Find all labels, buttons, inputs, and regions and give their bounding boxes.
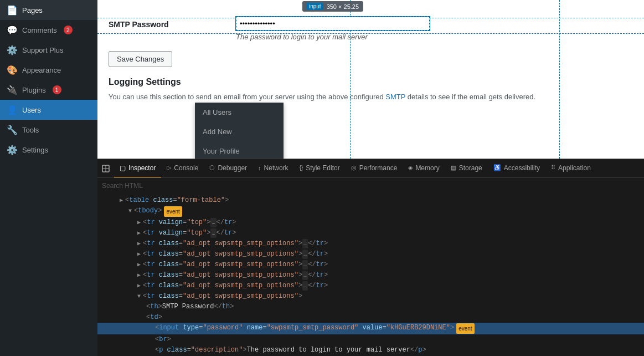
smtp-link[interactable]: SMTP — [385, 93, 405, 101]
comments-badge: 2 — [64, 26, 73, 34]
comments-icon: 💬 — [7, 24, 18, 35]
tab-storage[interactable]: ▤ Storage — [445, 159, 488, 178]
accessibility-icon: ♿ — [493, 164, 501, 171]
settings-icon: ⚙️ — [7, 144, 18, 155]
dropdown-add-new[interactable]: Add New — [195, 122, 284, 141]
sidebar-item-users[interactable]: 👤 Users — [0, 100, 97, 120]
search-input[interactable] — [102, 182, 640, 190]
smtp-description: The password to login to your mail serve… — [236, 33, 633, 41]
code-line-tr-opt-1: ▶ <tr class="ad_opt swpsmtp_smtp_options… — [97, 238, 644, 249]
password-input-wrapper: input 350 × 25.25 — [236, 17, 430, 30]
dropdown-all-users[interactable]: All Users — [195, 103, 284, 122]
html-search-bar — [97, 177, 644, 193]
content-area: SMTP Password input 350 × 25.25 The pass… — [97, 0, 644, 159]
tab-performance[interactable]: ◎ Performance — [346, 159, 403, 178]
tooltip-dimensions: 350 × 25.25 — [327, 3, 359, 10]
expand-tr-opt4[interactable]: ▶ — [137, 271, 141, 280]
input-event-badge: event — [456, 323, 474, 334]
expand-tr-opt2[interactable]: ▶ — [137, 250, 141, 259]
debugger-icon: ⬡ — [209, 164, 215, 171]
dropdown-your-profile[interactable]: Your Profile — [195, 141, 284, 159]
tab-style-editor[interactable]: {} Style Editor — [294, 159, 346, 178]
style-editor-icon: {} — [300, 165, 303, 171]
section-text-after: details to see if the email gets deliver… — [405, 93, 535, 101]
sidebar-item-comments[interactable]: 💬 Comments 2 — [0, 20, 97, 40]
tab-application[interactable]: ⠿ Application — [545, 159, 596, 178]
smtp-password-row: SMTP Password input 350 × 25.25 The pass… — [109, 17, 633, 41]
tab-style-editor-label: Style Editor — [306, 164, 339, 172]
network-icon: ↕ — [258, 165, 261, 171]
pages-icon: 📄 — [7, 4, 18, 16]
tab-memory-label: Memory — [415, 164, 439, 172]
sidebar-item-support-plus[interactable]: ⚙️ Support Plus — [0, 40, 97, 60]
code-line-tr-opt-5: ▶ <tr class="ad_opt swpsmtp_smtp_options… — [97, 281, 644, 291]
users-icon: 👤 — [7, 104, 18, 115]
devtools-tabs-bar: ▢ Inspector ▷ Console ⬡ Debugger ↕ Netwo… — [97, 159, 644, 177]
tab-inspector[interactable]: ▢ Inspector — [114, 159, 161, 178]
application-icon: ⠿ — [551, 164, 555, 171]
tbody-event-badge: event — [164, 206, 182, 217]
tab-console[interactable]: ▷ Console — [161, 159, 204, 178]
expand-tr-opt3[interactable]: ▶ — [137, 260, 141, 269]
code-line-tr-opt-4: ▶ <tr class="ad_opt swpsmtp_smtp_options… — [97, 270, 644, 281]
tab-storage-label: Storage — [459, 164, 482, 172]
tab-network[interactable]: ↕ Network — [253, 159, 294, 178]
code-panel: ▶ <table class="form-table"> ▼ <tbody> e… — [97, 193, 644, 356]
smtp-password-input[interactable] — [236, 17, 430, 30]
smtp-password-field: input 350 × 25.25 The password to login … — [236, 17, 633, 41]
expand-tr-opt5[interactable]: ▶ — [137, 281, 141, 291]
tab-network-label: Network — [264, 164, 288, 172]
main-content: SMTP Password input 350 × 25.25 The pass… — [97, 0, 644, 356]
code-line-tr-opt-3: ▶ <tr class="ad_opt swpsmtp_smtp_options… — [97, 260, 644, 270]
storage-icon: ▤ — [451, 164, 456, 171]
tab-memory[interactable]: ◈ Memory — [403, 159, 445, 178]
inspector-icon: ▢ — [120, 164, 126, 172]
plugins-badge: 1 — [53, 85, 61, 94]
memory-icon: ◈ — [408, 164, 413, 171]
section-text: You can use this section to send an emai… — [109, 91, 633, 103]
sidebar-item-pages[interactable]: 📄 Pages — [0, 0, 97, 20]
code-line-td-open: <td> — [97, 312, 644, 323]
tab-application-label: Application — [558, 164, 591, 172]
sidebar-item-appearance[interactable]: 🎨 Appearance — [0, 60, 97, 80]
sidebar-item-settings[interactable]: ⚙️ Settings — [0, 140, 97, 160]
tab-console-label: Console — [174, 164, 198, 172]
console-icon: ▷ — [167, 164, 171, 171]
tools-icon: 🔧 — [7, 124, 18, 135]
users-dropdown: All Users Add New Your Profile — [195, 103, 284, 159]
code-line-input: <input type="password" name="swpsmtp_smt… — [97, 323, 644, 334]
expand-tr1[interactable]: ▶ — [137, 218, 141, 227]
expand-table[interactable]: ▶ — [120, 196, 123, 205]
tab-debugger[interactable]: ⬡ Debugger — [204, 159, 253, 178]
code-line-p: <p class="description"> The password to … — [97, 345, 644, 355]
save-changes-button[interactable]: Save Changes — [109, 51, 172, 67]
expand-tbody[interactable]: ▼ — [128, 206, 132, 216]
tab-accessibility-label: Accessibility — [504, 164, 540, 172]
code-line-tr-opt-2: ▶ <tr class="ad_opt swpsmtp_smtp_options… — [97, 249, 644, 260]
tooltip-tag: input — [307, 3, 323, 10]
plugins-icon: 🔌 — [7, 84, 18, 95]
code-line-tr-1: ▶ <tr valign="top"> … </tr> — [97, 217, 644, 228]
code-line-br: <br> — [97, 334, 644, 345]
sidebar-item-tools[interactable]: 🔧 Tools — [0, 120, 97, 140]
performance-icon: ◎ — [351, 164, 357, 171]
appearance-icon: 🎨 — [7, 64, 18, 75]
devtools-picker-icon[interactable] — [97, 159, 114, 178]
tab-inspector-label: Inspector — [128, 164, 156, 172]
expand-tr-expanded[interactable]: ▼ — [137, 292, 141, 301]
code-line-tr-expanded: ▼ <tr class="ad_opt swpsmtp_smtp_options… — [97, 291, 644, 302]
support-plus-icon: ⚙️ — [7, 44, 18, 55]
section-text-before: You can use this section to send an emai… — [109, 93, 385, 101]
tab-accessibility[interactable]: ♿ Accessibility — [488, 159, 545, 178]
input-tooltip: input 350 × 25.25 — [302, 1, 363, 12]
code-line-tbody: ▼ <tbody> event — [97, 206, 644, 217]
tab-debugger-label: Debugger — [218, 164, 247, 172]
smtp-password-label: SMTP Password — [109, 17, 236, 29]
expand-tr2[interactable]: ▶ — [137, 228, 141, 238]
sidebar: 📄 Pages 💬 Comments 2 ⚙️ Support Plus 🎨 A… — [0, 0, 97, 356]
code-line-table: ▶ <table class="form-table"> — [97, 195, 644, 206]
code-line-th: <th> SMTP Password </th> — [97, 302, 644, 312]
section-heading: Logging Settings — [109, 77, 633, 87]
sidebar-item-plugins[interactable]: 🔌 Plugins 1 — [0, 80, 97, 100]
expand-tr-opt1[interactable]: ▶ — [137, 239, 141, 248]
